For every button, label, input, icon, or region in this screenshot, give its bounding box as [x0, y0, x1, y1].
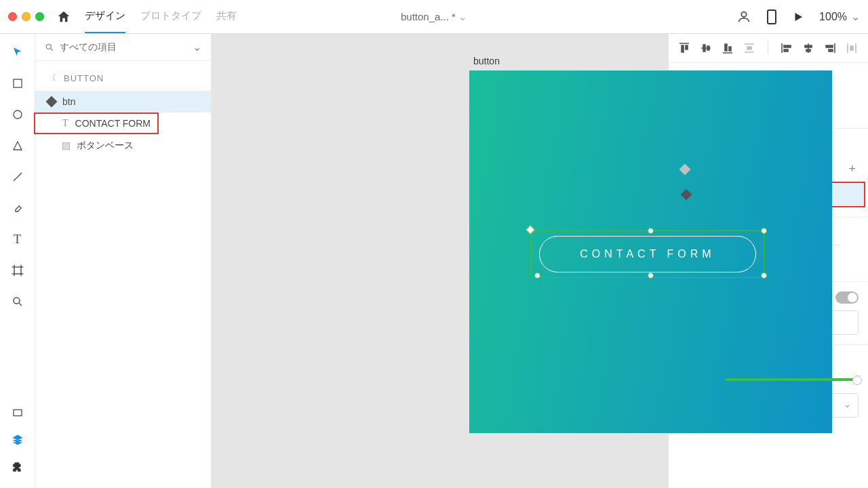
handle-s[interactable]: [648, 272, 654, 279]
plugins-icon[interactable]: [10, 460, 25, 474]
maximize-icon[interactable]: [35, 12, 44, 21]
search-icon: [45, 43, 54, 52]
align-hcenter-icon[interactable]: [802, 42, 814, 54]
svg-point-7: [46, 44, 51, 49]
avatar-icon[interactable]: [736, 9, 751, 24]
component-icon: [46, 96, 58, 108]
chevron-down-icon: ⌄: [844, 399, 851, 411]
tab-design[interactable]: デザイン: [85, 0, 125, 33]
layer-breadcrumb[interactable]: 〈 BUTTON: [35, 61, 211, 91]
distribute-h-icon[interactable]: [846, 42, 858, 54]
layers-icon[interactable]: [10, 432, 25, 447]
tool-column: T: [0, 34, 35, 488]
rectangle-tool-icon[interactable]: [10, 76, 25, 91]
canvas[interactable]: button CONTACT FORM: [212, 34, 668, 488]
pen-tool-icon[interactable]: [10, 201, 25, 216]
handle-ne[interactable]: [761, 228, 767, 234]
search-placeholder: すべての項目: [60, 41, 187, 54]
text-icon: T: [62, 118, 68, 129]
layer-contact-form[interactable]: T CONTACT FORM: [35, 113, 211, 134]
select-tool-icon[interactable]: [10, 45, 25, 60]
svg-point-0: [741, 12, 746, 16]
play-icon[interactable]: [792, 11, 804, 23]
titlebar: デザイン プロトタイプ 共有 button_a... * ⌄ 100% ⌄: [0, 0, 868, 34]
handle-n[interactable]: [648, 228, 654, 234]
layer-button-base[interactable]: ボタンベース: [35, 134, 211, 157]
align-vcenter-icon[interactable]: [700, 42, 712, 54]
minimize-icon[interactable]: [22, 12, 31, 21]
zoom-control[interactable]: 100% ⌄: [819, 10, 860, 23]
svg-rect-4: [14, 267, 21, 274]
align-right-icon[interactable]: [824, 42, 836, 54]
align-bottom-icon[interactable]: [722, 42, 734, 54]
chevron-down-icon[interactable]: ⌄: [193, 41, 201, 54]
svg-rect-6: [14, 410, 22, 416]
home-icon[interactable]: [56, 9, 71, 24]
add-state-icon[interactable]: +: [848, 162, 856, 176]
artboard-tool-icon[interactable]: [10, 263, 25, 278]
mode-tabs: デザイン プロトタイプ 共有: [85, 0, 237, 33]
ellipse-tool-icon[interactable]: [10, 107, 25, 122]
opacity-slider[interactable]: [725, 378, 859, 381]
button-shape[interactable]: CONTACT FORM: [539, 236, 756, 272]
layers-panel: すべての項目 ⌄ 〈 BUTTON btn T CONTACT FORM ボタン…: [35, 34, 212, 488]
distribute-v-icon[interactable]: [743, 42, 755, 54]
device-icon[interactable]: [766, 9, 777, 24]
line-tool-icon[interactable]: [10, 169, 25, 184]
align-row: [669, 34, 868, 63]
svg-rect-1: [768, 10, 776, 24]
rect-icon: [62, 142, 70, 150]
tab-share[interactable]: 共有: [216, 0, 237, 33]
svg-point-3: [14, 110, 22, 119]
window-controls[interactable]: [8, 12, 44, 21]
handle-e[interactable]: [761, 272, 767, 279]
svg-rect-2: [14, 79, 22, 87]
align-top-icon[interactable]: [678, 42, 690, 54]
align-left-icon[interactable]: [781, 42, 793, 54]
responsive-toggle[interactable]: [835, 291, 859, 304]
close-icon[interactable]: [8, 12, 17, 21]
text-tool-icon[interactable]: T: [10, 232, 25, 247]
back-icon[interactable]: 〈: [47, 72, 57, 84]
layer-btn[interactable]: btn: [35, 91, 211, 113]
triangle-tool-icon[interactable]: [10, 138, 25, 153]
assets-icon[interactable]: [10, 405, 25, 420]
document-title[interactable]: button_a... * ⌄: [401, 11, 467, 23]
zoom-tool-icon[interactable]: [10, 294, 25, 309]
svg-point-5: [14, 298, 20, 304]
tab-prototype[interactable]: プロトタイプ: [140, 0, 201, 33]
layer-search[interactable]: すべての項目 ⌄: [35, 34, 211, 61]
artboard-label[interactable]: button: [473, 56, 500, 66]
handle-sw[interactable]: [534, 272, 540, 279]
